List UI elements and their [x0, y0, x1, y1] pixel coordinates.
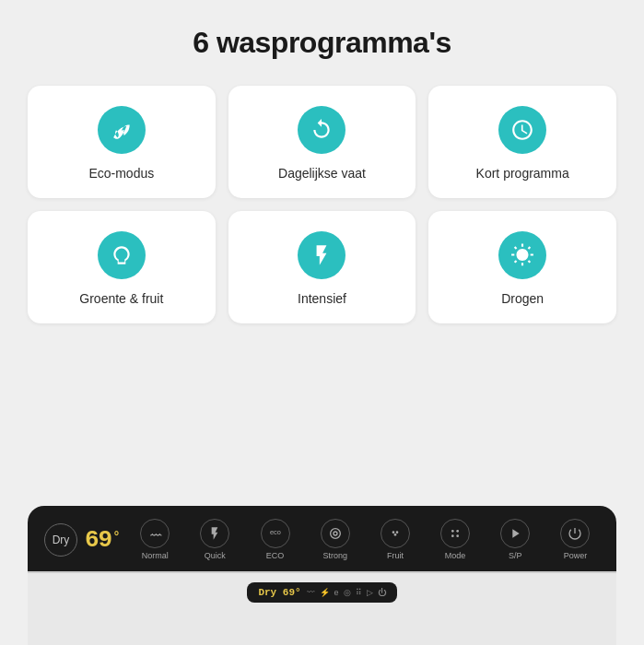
panel-button-label-eco: ECO	[266, 551, 285, 560]
panel-button-label-quick: Quick	[205, 551, 226, 560]
mini-display: Dry 69°	[258, 587, 300, 598]
panel-button-icon-eco: eco	[261, 519, 290, 548]
temperature-display: 69°	[85, 526, 120, 554]
program-icon-drogen	[498, 231, 546, 279]
panel-button-quick[interactable]: Quick	[200, 519, 229, 560]
mini-icon-4: ◎	[344, 588, 351, 597]
panel-buttons: NormalQuickecoECOStrongFruitModeS/PPower	[131, 519, 600, 560]
panel-button-label-power: Power	[564, 551, 588, 560]
program-label-groente-fruit: Groente & fruit	[79, 290, 163, 307]
program-icon-eco-modus	[98, 106, 146, 154]
panel-button-label-fruit: Fruit	[387, 551, 404, 560]
panel-button-label-normal: Normal	[142, 551, 169, 560]
svg-point-6	[451, 530, 454, 533]
mini-icon-5: ⠿	[356, 588, 362, 597]
program-card-dagelijkse-vaat: Dagelijkse vaat	[228, 86, 416, 198]
panel-button-mode[interactable]: Mode	[440, 519, 470, 560]
program-label-kort-programma: Kort programma	[476, 165, 569, 182]
svg-point-9	[456, 534, 459, 537]
program-icon-intensief	[298, 231, 345, 279]
control-panel: Dry 69° NormalQuickecoECOStrongFruitMode…	[28, 506, 616, 571]
panel-button-strong[interactable]: Strong	[321, 519, 350, 560]
panel-button-label-mode: Mode	[445, 551, 466, 560]
dry-indicator: Dry	[44, 523, 77, 557]
panel-button-label-strong: Strong	[322, 551, 347, 560]
programs-grid: Eco-modusDagelijkse vaatKort programmaGr…	[28, 86, 616, 323]
program-card-groente-fruit: Groente & fruit	[28, 211, 216, 323]
program-card-kort-programma: Kort programma	[428, 86, 616, 198]
program-icon-dagelijkse-vaat	[298, 106, 345, 154]
mini-panel: Dry 69° 〰 ⚡ e ◎ ⠿ ▷ ⏻	[247, 582, 396, 603]
program-icon-kort-programma	[498, 106, 546, 154]
panel-button-fruit[interactable]: Fruit	[381, 519, 410, 560]
svg-point-5	[394, 534, 397, 536]
panel-button-icon-fruit	[381, 519, 410, 548]
program-label-intensief: Intensief	[298, 290, 346, 307]
mini-icons: 〰 ⚡ e ◎ ⠿ ▷ ⏻	[307, 588, 386, 597]
program-label-dagelijkse-vaat: Dagelijkse vaat	[278, 165, 366, 182]
panel-button-power[interactable]: Power	[560, 519, 590, 560]
page-wrapper: 6 wasprogramma's Eco-modusDagelijkse vaa…	[0, 0, 644, 645]
mini-icon-6: ▷	[367, 588, 373, 597]
machine-body: Dry 69° 〰 ⚡ e ◎ ⠿ ▷ ⏻	[28, 571, 616, 645]
mini-icon-2: ⚡	[320, 588, 330, 597]
program-card-intensief: Intensief	[228, 211, 416, 323]
panel-button-icon-sp	[500, 519, 530, 548]
svg-point-8	[451, 534, 454, 537]
svg-text:eco: eco	[270, 528, 281, 536]
program-icon-groente-fruit	[98, 231, 146, 279]
panel-button-icon-power	[560, 519, 590, 548]
program-label-drogen: Drogen	[501, 290, 544, 307]
svg-point-2	[334, 532, 337, 535]
panel-button-eco[interactable]: ecoECO	[261, 519, 290, 560]
panel-button-label-sp: S/P	[509, 551, 522, 560]
mini-icon-7: ⏻	[378, 588, 386, 597]
mini-icon-1: 〰	[307, 588, 315, 597]
panel-button-icon-mode	[440, 519, 470, 548]
program-card-eco-modus: Eco-modus	[28, 86, 216, 198]
program-card-drogen: Drogen	[428, 211, 616, 323]
svg-point-1	[330, 529, 340, 539]
panel-button-sp[interactable]: S/P	[500, 519, 530, 560]
page-title: 6 wasprogramma's	[193, 26, 451, 60]
panel-button-icon-normal	[140, 519, 170, 548]
panel-button-normal[interactable]: Normal	[140, 519, 170, 560]
panel-button-icon-quick	[200, 519, 229, 548]
svg-point-3	[392, 531, 395, 534]
svg-point-7	[456, 530, 459, 533]
panel-button-icon-strong	[321, 519, 350, 548]
svg-point-4	[396, 531, 399, 534]
mini-icon-3: e	[334, 588, 339, 597]
program-label-eco-modus: Eco-modus	[88, 165, 154, 182]
